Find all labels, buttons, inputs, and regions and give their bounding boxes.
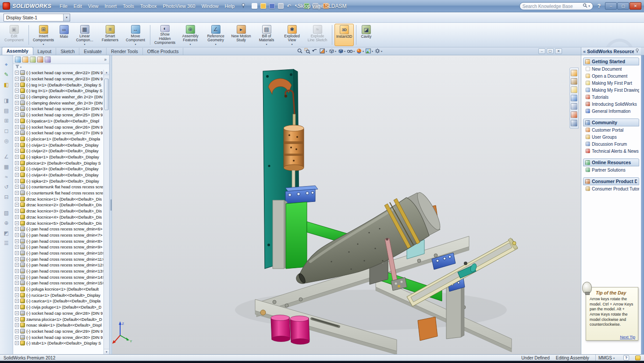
expand-icon[interactable]: + [15,191,19,195]
tree-item[interactable]: +(-) rucica<1> (Default<<Default>_Displa… [15,292,103,298]
dimxpertmanager-tab-icon[interactable] [37,57,43,63]
quick-tips-icon[interactable]: ? [623,355,629,360]
expand-icon[interactable]: + [15,167,19,171]
propertymanager-tab-icon[interactable] [22,57,28,63]
menu-file[interactable]: File [57,2,71,11]
section-header-getting-started[interactable]: Getting Started [583,58,639,65]
link-partner-solutions[interactable]: Partner Solutions [583,166,639,173]
tree-item[interactable]: +(-) clamping device washer_din 2<3> (DI… [15,100,103,106]
instant3d-button[interactable]: Instant3D [334,24,354,46]
new-document-icon[interactable] [251,3,258,9]
expand-icon[interactable]: + [15,89,19,93]
tree-item[interactable]: +(-) socket head cap screw_din<26> (DIN … [15,124,103,130]
toolbar-overflow-icon[interactable]: » [104,57,107,62]
link-making-my-first-drawing[interactable]: Making My First Drawing [583,86,639,93]
link-technical-alerts-news[interactable]: Technical Alerts & News [583,147,639,155]
open-document-icon[interactable] [260,3,267,9]
expand-icon[interactable]: + [15,155,19,159]
link-customer-portal[interactable]: Customer Portal [583,126,639,133]
render-tool-icon[interactable]: ▦ [3,163,11,171]
expand-icon[interactable]: + [15,119,19,123]
mold-tool-icon[interactable]: ◻ [3,127,11,135]
expand-icon[interactable]: + [15,161,19,165]
section-header-community[interactable]: Community [583,119,639,126]
zoom-area-icon[interactable] [304,48,311,54]
tree-item[interactable]: +(-) pan head cross recess screw_dmin<14… [15,274,103,280]
sketch-tool-icon[interactable]: ✎ [3,71,11,79]
expand-icon[interactable]: + [15,215,19,219]
expand-icon[interactable]: + [15,233,19,237]
expand-icon[interactable]: + [15,329,19,333]
expand-icon[interactable]: + [15,263,19,267]
expand-icon[interactable]: + [15,71,19,75]
display-style-icon[interactable]: ▾ [337,48,346,54]
expand-icon[interactable]: + [15,203,19,207]
graphics-area[interactable]: Z X Y [112,55,581,354]
link-new-document[interactable]: New Document [583,65,639,72]
tree-item[interactable]: +(-) countersunk flat head cross recess … [15,184,103,190]
print-icon[interactable] [277,3,285,9]
edit-appearance-icon[interactable]: ▾ [356,48,364,54]
menu-photoview-360[interactable]: PhotoView 360 [160,2,199,11]
measure-tool-icon[interactable]: ⊕ [3,219,11,227]
linear-compon-button[interactable]: Linear Compon...▾ [72,24,97,46]
expand-icon[interactable]: + [15,83,19,87]
section-tool-icon[interactable]: ◩ [3,229,11,237]
units-dropdown[interactable]: MMGS ▾ [595,355,617,361]
filter-icon[interactable] [15,64,19,69]
scrollbar-track[interactable] [104,75,109,349]
tree-item[interactable]: +(-) caurica<1> (Default<<Default>_Displ… [15,298,103,304]
expand-icon[interactable]: + [15,137,19,141]
tree-item[interactable]: +(-) pan head cross recess screw_dmin<10… [15,250,103,256]
expand-icon[interactable]: + [15,131,19,135]
expand-icon[interactable]: + [15,323,19,327]
blue-mount-block[interactable] [285,186,318,204]
layers-tool-icon[interactable]: ☰ [3,239,11,247]
tree-item[interactable]: +plocica<2> (Default<<Default>_Display S [15,160,103,166]
expand-icon[interactable]: + [15,299,19,303]
search-input[interactable] [523,4,583,9]
tree-item[interactable]: +(-) pan head cross recess screw_dmin<9> [15,244,103,250]
expand-icon[interactable]: + [15,341,19,345]
tree-item[interactable]: +(-) plocica<1> (Default<<Default>_Displ… [15,136,103,142]
tree-item[interactable]: +(-) teg I<1> (Default<<Default>_Display… [15,82,103,88]
tree-item[interactable]: +(-) poluga kocnice<1> (Default<<Default [15,286,103,292]
assembly-features-button[interactable]: Assembly Features▾ [178,24,203,46]
motion-tool-icon[interactable]: ↺ [3,183,11,191]
link-general-information[interactable]: General Information [583,108,639,115]
search-icon[interactable] [583,3,587,9]
filter-caret-icon[interactable]: ▾ [20,65,21,68]
menu-window[interactable]: Window [198,2,221,11]
search-scope-caret-icon[interactable]: ▾ [588,4,590,8]
section-view-icon[interactable]: ▾ [319,48,327,54]
link-making-my-first-part[interactable]: Making My First Part [583,79,639,86]
tree-item[interactable]: +(-) socket head cap screw_din<30> (DIN … [15,334,103,340]
hide-show-items-icon[interactable]: ▾ [346,48,355,54]
bill-of-materials-button[interactable]: Bill of Materials▾ [254,24,279,46]
menu-edit[interactable]: Edit [71,2,85,11]
file-explorer-tab-icon[interactable] [571,86,577,93]
tree-item[interactable]: +drzac kocnice<4> (Default<<Default>_Dis [15,214,103,220]
expand-icon[interactable]: + [15,185,19,189]
featuremanager-tab-icon[interactable] [15,57,21,63]
expand-icon[interactable]: + [15,209,19,213]
move-component-button[interactable]: Move Component▾ [123,24,148,46]
view-palette-tab-icon[interactable] [571,103,577,110]
expand-icon[interactable]: + [15,305,19,309]
tree-item[interactable]: +(-) clamping device washer_din 2<2> (DI… [15,94,103,100]
routing-tool-icon[interactable]: ⊟ [3,193,11,201]
tree-item[interactable]: +(-) socket head cap screw_din<25> (DIN … [15,112,103,118]
appearances-tab-icon[interactable] [571,111,577,118]
tab-render-tools[interactable]: Render Tools [107,48,143,55]
tree-item[interactable]: +(-) socket head cap screw_din<27> (DIN … [15,130,103,136]
tree-item[interactable]: +(-) stub<1> (Default<<Default>_Display … [15,340,103,346]
tree-item[interactable]: +(-) lopatica<1> (Default<<Default>_Disp… [15,118,103,124]
knowledge-base-search[interactable]: ▾ [519,2,593,10]
tree-item[interactable]: +drzac kocnice<5> (Default<<Default>_Dis [15,220,103,226]
reference-geometry-button[interactable]: Reference Geometry▾ [203,24,228,46]
expand-icon[interactable]: + [15,143,19,147]
tree-item[interactable]: +(-) sipka<1> (Default<<Default>_Display [15,154,103,160]
edit-component-button[interactable]: Edit Component [2,24,26,46]
section-header-online-resources[interactable]: Online Resources [583,158,639,166]
scrollbar-thumb[interactable] [104,79,109,110]
